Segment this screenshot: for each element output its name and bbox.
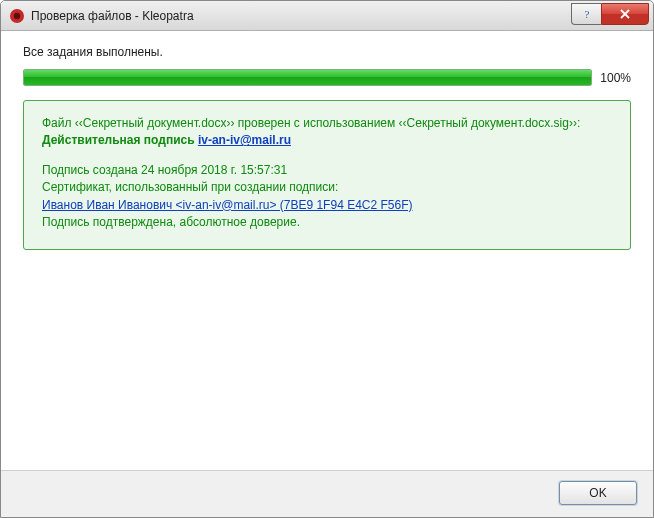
valid-signature-email-link[interactable]: iv-an-iv@mail.ru xyxy=(198,133,291,147)
progress-fill xyxy=(24,70,591,85)
signature-created-line: Подпись создана 24 ноября 2018 г. 15:57:… xyxy=(42,162,612,179)
titlebar: Проверка файлов - Kleopatra ? xyxy=(1,1,653,31)
content-area: Все задания выполнены. 100% Файл ‹‹Секре… xyxy=(1,31,653,470)
result-file-line: Файл ‹‹Секретный документ.docx›› провере… xyxy=(42,115,612,132)
app-icon xyxy=(9,8,25,24)
progress-percent: 100% xyxy=(600,71,631,85)
result-valid-line: Действительная подпись iv-an-iv@mail.ru xyxy=(42,132,612,149)
trust-line: Подпись подтверждена, абсолютное доверие… xyxy=(42,214,612,231)
dialog-footer: OK xyxy=(1,470,653,517)
titlebar-buttons: ? xyxy=(571,3,653,25)
result-panel: Файл ‹‹Секретный документ.docx›› провере… xyxy=(23,100,631,250)
close-button[interactable] xyxy=(601,3,649,25)
certificate-link[interactable]: Иванов Иван Иванович <iv-an-iv@mail.ru> … xyxy=(42,198,413,212)
svg-text:?: ? xyxy=(584,8,589,20)
status-label: Все задания выполнены. xyxy=(23,45,631,59)
window-title: Проверка файлов - Kleopatra xyxy=(31,9,571,23)
help-button[interactable]: ? xyxy=(571,3,601,25)
progress-bar xyxy=(23,69,592,86)
certificate-link-row: Иванов Иван Иванович <iv-an-iv@mail.ru> … xyxy=(42,197,612,214)
valid-prefix: Действительная подпись xyxy=(42,133,198,147)
ok-button[interactable]: OK xyxy=(559,481,637,505)
dialog-window: Проверка файлов - Kleopatra ? Все задани… xyxy=(0,0,654,518)
certificate-label: Сертификат, использованный при создании … xyxy=(42,179,612,196)
progress-row: 100% xyxy=(23,69,631,86)
svg-point-1 xyxy=(14,12,20,18)
